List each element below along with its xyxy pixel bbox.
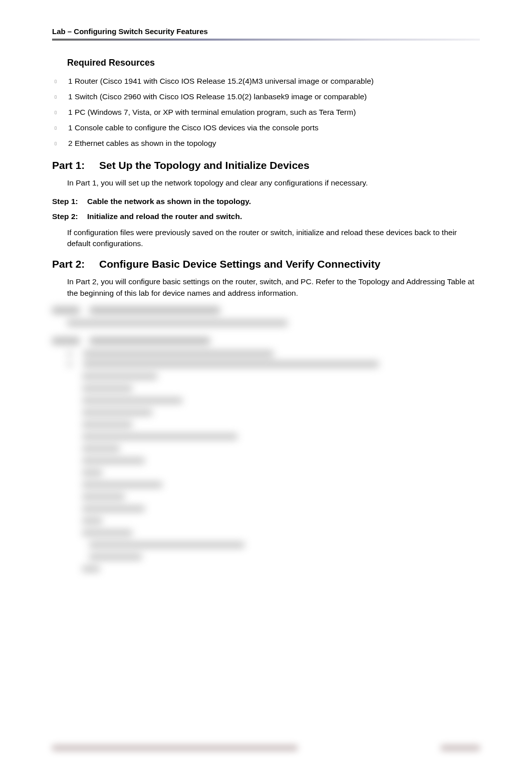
part-label: Part 1: <box>52 159 99 171</box>
bullet-icon: ▯ <box>54 108 57 116</box>
list-item-text: 1 Console cable to configure the Cisco I… <box>68 123 319 132</box>
part-2-description: In Part 2, you will configure basic sett… <box>67 276 480 299</box>
footer-copyright <box>52 745 298 751</box>
bullet-icon: ▯ <box>54 124 57 132</box>
footer <box>52 745 480 751</box>
header-rule <box>52 39 480 41</box>
part-2-heading: Part 2: Configure Basic Device Settings … <box>52 258 480 270</box>
part-1-step-1-heading: Step 1: Cable the network as shown in th… <box>52 197 480 206</box>
part-1-description: In Part 1, you will set up the network t… <box>67 177 480 188</box>
step-title: Cable the network as shown in the topolo… <box>87 197 480 206</box>
step-title: Initialize and reload the router and swi… <box>87 212 480 221</box>
part-title: Set Up the Topology and Initialize Devic… <box>99 159 480 171</box>
required-resources-list: ▯ 1 Router (Cisco 1941 with Cisco IOS Re… <box>54 75 480 149</box>
part-1-step-2-description: If configuration files were previously s… <box>67 227 480 250</box>
list-item-text: 1 Router (Cisco 1941 with Cisco IOS Rele… <box>68 77 374 85</box>
part-1-heading: Part 1: Set Up the Topology and Initiali… <box>52 159 480 171</box>
step-label: Step 1: <box>52 197 87 206</box>
footer-page-number <box>441 745 480 751</box>
list-item: ▯ 1 Router (Cisco 1941 with Cisco IOS Re… <box>54 75 480 87</box>
part-1-step-2-heading: Step 2: Initialize and reload the router… <box>52 212 480 221</box>
bullet-icon: ▯ <box>54 77 57 85</box>
list-item-text: 1 Switch (Cisco 2960 with Cisco IOS Rele… <box>68 92 367 101</box>
bullet-icon: ▯ <box>54 93 57 101</box>
list-item: ▯ 2 Ethernet cables as shown in the topo… <box>54 137 480 149</box>
list-item-text: 1 PC (Windows 7, Vista, or XP with termi… <box>68 108 356 116</box>
required-resources-heading: Required Resources <box>67 58 480 68</box>
list-item: ▯ 1 Switch (Cisco 2960 with Cisco IOS Re… <box>54 91 480 103</box>
list-item-text: 2 Ethernet cables as shown in the topolo… <box>68 139 216 147</box>
part-title: Configure Basic Device Settings and Veri… <box>99 258 480 270</box>
bullet-icon: ▯ <box>54 139 57 147</box>
list-item: ▯ 1 Console cable to configure the Cisco… <box>54 122 480 134</box>
header-title: Lab – Configuring Switch Security Featur… <box>52 27 480 39</box>
blurred-content <box>52 307 480 572</box>
list-item: ▯ 1 PC (Windows 7, Vista, or XP with ter… <box>54 106 480 118</box>
step-label: Step 2: <box>52 212 87 221</box>
part-label: Part 2: <box>52 258 99 270</box>
